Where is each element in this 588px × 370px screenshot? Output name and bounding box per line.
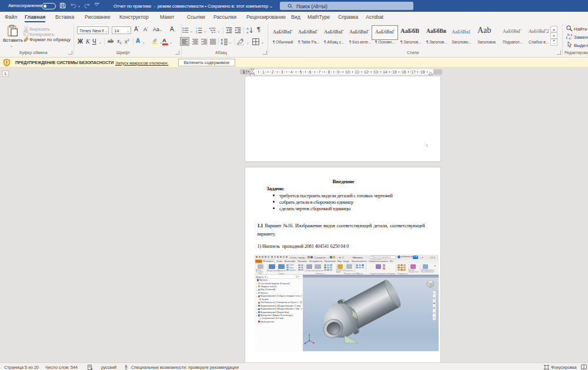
svg-text:А: А xyxy=(246,27,249,31)
svg-text:я: я xyxy=(246,31,248,34)
svg-text:3: 3 xyxy=(196,31,198,33)
svg-text:b: b xyxy=(567,33,570,36)
svg-text:c: c xyxy=(569,36,571,40)
